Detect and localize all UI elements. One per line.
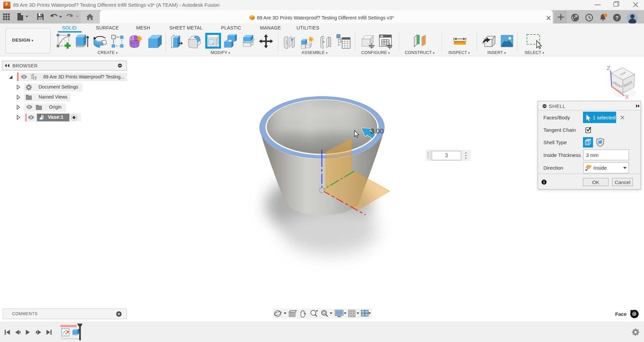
svg-text:?: ? <box>615 15 619 20</box>
svg-text:3.00: 3.00 <box>370 127 384 135</box>
svg-text:Z: Z <box>607 65 610 71</box>
svg-text:F: F <box>6 2 8 7</box>
svg-text:X: X <box>625 94 629 100</box>
